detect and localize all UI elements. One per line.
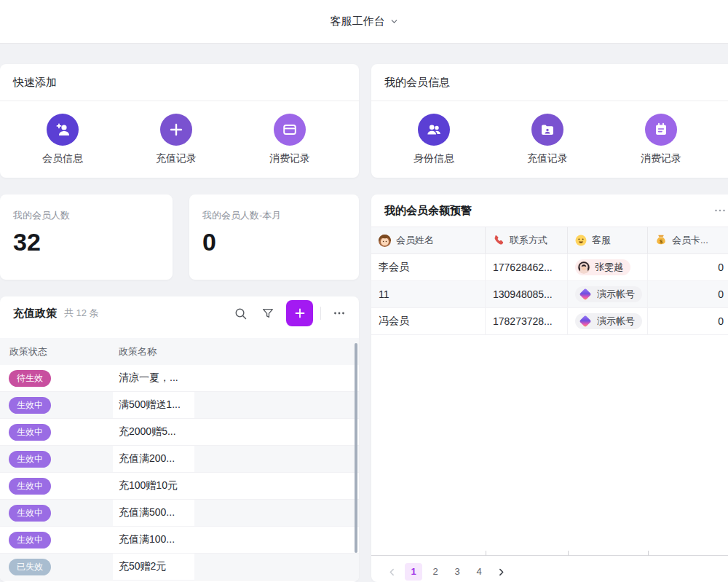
search-icon[interactable] (229, 302, 251, 324)
workspace-switcher[interactable]: 客服工作台 (331, 15, 398, 28)
column-header-card-balance: $ 会员卡... (648, 227, 728, 253)
stat-value: 0 (202, 228, 359, 256)
member-name-cell: 11 (371, 281, 486, 307)
policy-name-cell: 充值满100... (113, 527, 194, 553)
table-row[interactable]: 已失效充50赠2元 (0, 554, 359, 581)
my-member-info-card: 我的会员信息 身份信息 充值记录 (371, 64, 728, 178)
table-row[interactable]: 冯会员178273728...演示帐号0 (371, 308, 728, 335)
stat-label: 我的会员人数 (13, 209, 173, 222)
quick-item-label: 消费记录 (641, 152, 681, 165)
people-icon (418, 114, 450, 146)
toolbar-divider (320, 307, 321, 320)
filter-icon[interactable] (257, 302, 279, 324)
brand-diamond-icon (579, 315, 592, 328)
balance-table-header: 会员姓名 联系方式 客服 $ 会员卡... (371, 227, 728, 254)
record-count: 共 12 条 (64, 307, 99, 320)
status-badge: 已失效 (9, 559, 51, 575)
column-header-contact: 联系方式 (486, 227, 568, 253)
policy-table-body: 待生效清凉一夏，...生效中满500赠送1...生效中充2000赠5...生效中… (0, 365, 359, 581)
policy-header: 充值政策 共 12 条 (0, 296, 359, 330)
table-row[interactable]: 生效中充值满500... (0, 500, 359, 527)
table-bottom-border (371, 555, 728, 556)
member-name-cell: 冯会员 (371, 308, 486, 334)
member-info-header: 我的会员信息 (371, 64, 728, 101)
stat-card-member-count-month: 我的会员人数-本月 0 (189, 194, 359, 280)
more-icon[interactable] (328, 302, 350, 324)
member-identity-info[interactable]: 身份信息 (377, 114, 491, 165)
card-title: 快速添加 (13, 76, 57, 90)
member-consume-record[interactable]: 消费记录 (604, 114, 718, 165)
table-row[interactable]: 生效中满500赠送1... (0, 392, 359, 419)
agent-name: 演示帐号 (597, 315, 635, 328)
agent-cell: 演示帐号 (568, 281, 648, 307)
column-header-status: 政策状态 (0, 345, 113, 358)
card-icon (274, 114, 306, 146)
column-header-member-name: 会员姓名 (371, 227, 486, 253)
quick-item-label: 充值记录 (156, 152, 197, 165)
table-row[interactable]: 生效中充值满100... (0, 527, 359, 554)
column-header-agent: 客服 (568, 227, 648, 253)
quick-item-label: 会员信息 (42, 152, 83, 165)
woman-icon (379, 235, 391, 247)
calendar-icon (645, 114, 677, 146)
page-title: 客服工作台 (331, 15, 385, 28)
status-badge: 生效中 (9, 397, 51, 414)
vertical-scrollbar[interactable] (355, 343, 357, 553)
member-info-body: 身份信息 充值记录 消费记录 (371, 101, 727, 177)
page-button-1[interactable]: 1 (405, 563, 422, 581)
stat-value: 32 (13, 228, 173, 256)
status-badge: 生效中 (9, 424, 51, 441)
page-button-4[interactable]: 4 (470, 563, 488, 581)
balance-table-body: 李会员177628462...张雯越011130948085...演示帐号0冯会… (371, 254, 728, 335)
policy-name-cell: 充2000赠5... (113, 419, 194, 445)
agent-name: 张雯越 (595, 261, 623, 274)
smiley-icon (575, 235, 587, 246)
chevron-down-icon (390, 17, 398, 25)
balance-header: 我的会员余额预警 (371, 194, 728, 227)
plus-icon (160, 114, 192, 146)
policy-status-cell: 生效中 (0, 446, 113, 472)
card-title: 充值政策 (13, 307, 57, 321)
more-icon[interactable] (713, 204, 727, 217)
page-button-2[interactable]: 2 (427, 563, 444, 581)
table-row[interactable]: 生效中充值满200... (0, 446, 359, 473)
status-badge: 生效中 (9, 532, 51, 548)
policy-name-cell: 满500赠送1... (113, 392, 194, 418)
status-badge: 生效中 (9, 478, 51, 495)
pagination: 1234 (383, 563, 510, 581)
policy-name-cell: 充值满500... (113, 500, 194, 526)
policy-status-cell: 已失效 (0, 554, 113, 580)
page-button-3[interactable]: 3 (448, 563, 466, 581)
card-balance-cell: 0 (648, 281, 728, 307)
agent-pill: 演示帐号 (575, 286, 642, 302)
policy-status-cell: 生效中 (0, 527, 113, 553)
stat-card-member-count: 我的会员人数 32 (0, 194, 173, 280)
table-row[interactable]: 生效中充100赠10元 (0, 473, 359, 500)
previous-page-button[interactable] (383, 563, 400, 581)
quick-add-card: 快速添加 会员信息 充值记录 (0, 64, 359, 178)
policy-table: 政策状态 政策名称 待生效清凉一夏，...生效中满500赠送1...生效中充20… (0, 338, 359, 581)
brand-diamond-icon (579, 288, 592, 301)
member-recharge-record[interactable]: 充值记录 (491, 114, 604, 165)
person-plus-icon (47, 114, 79, 146)
table-row[interactable]: 待生效清凉一夏，... (0, 365, 359, 392)
balance-warning-card: 我的会员余额预警 会员姓名 联系方式 (371, 194, 728, 582)
table-row[interactable]: 11130948085...演示帐号0 (371, 281, 728, 308)
quick-add-consume-record[interactable]: 消费记录 (233, 114, 347, 165)
card-balance-cell: 0 (648, 308, 728, 334)
quick-add-recharge-record[interactable]: 充值记录 (119, 114, 233, 165)
contact-cell: 130948085... (486, 281, 568, 307)
card-title: 我的会员余额预警 (384, 204, 472, 218)
add-record-button[interactable] (286, 300, 313, 326)
quick-add-header: 快速添加 (0, 64, 359, 101)
quick-add-member-info[interactable]: 会员信息 (6, 114, 119, 165)
recharge-policy-card: 充值政策 共 12 条 (0, 296, 359, 582)
next-page-button[interactable] (492, 563, 510, 581)
table-row[interactable]: 生效中充2000赠5... (0, 419, 359, 446)
agent-name: 演示帐号 (597, 288, 635, 301)
column-header-name: 政策名称 (113, 345, 157, 358)
policy-table-header: 政策状态 政策名称 (0, 338, 359, 365)
quick-item-label: 充值记录 (527, 152, 568, 165)
phone-icon (493, 235, 505, 246)
table-row[interactable]: 李会员177628462...张雯越0 (371, 254, 728, 281)
